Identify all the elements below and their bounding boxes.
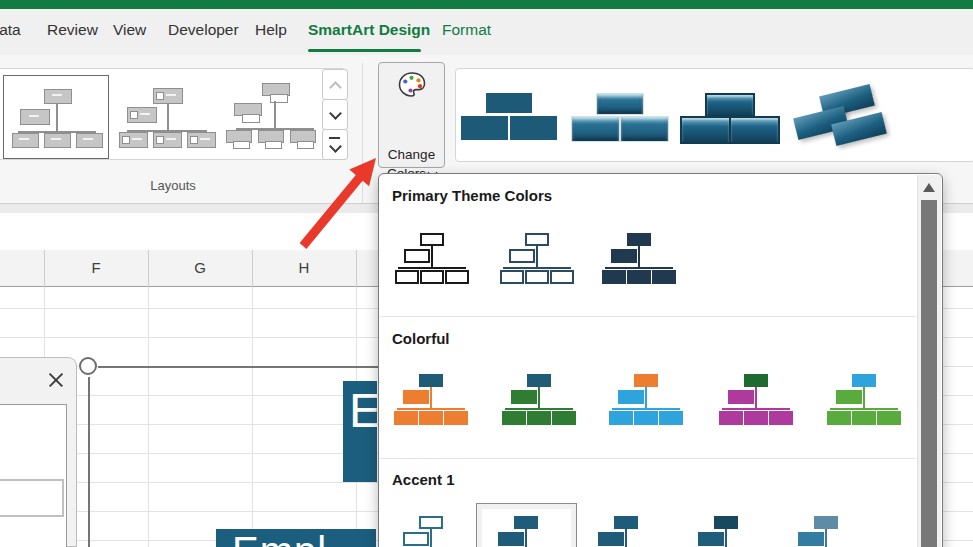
style-item-inset[interactable]: [678, 76, 778, 156]
smartart-resize-handle[interactable]: [79, 357, 97, 375]
gallery-more-button[interactable]: [322, 129, 348, 160]
tab-review[interactable]: Review: [47, 21, 98, 39]
style-item-simple-fill[interactable]: [459, 76, 559, 156]
smartart-styles-gallery: [455, 68, 973, 162]
color-variant-colorful-range-accent-3-to-4[interactable]: [605, 374, 687, 428]
color-variant-colorful-accent-colors[interactable]: [390, 374, 472, 428]
color-variant-colorful-range-accent-5-to-6[interactable]: [823, 374, 905, 428]
scrollbar-thumb[interactable]: [921, 200, 937, 547]
primary-theme-colors-row: [379, 233, 919, 303]
section-title-primary-theme-colors: Primary Theme Colors: [392, 187, 552, 204]
colorful-row: [379, 374, 919, 444]
change-colors-label-line1: Change: [379, 145, 444, 164]
text-pane-input[interactable]: [0, 479, 64, 517]
color-variant-colorful-range-accent-2-to-3[interactable]: [498, 374, 580, 428]
tab-data[interactable]: Data: [0, 21, 21, 39]
layout-item-name-and-title-organization-chart[interactable]: [220, 75, 324, 157]
color-variant-colored-fill-accent-1[interactable]: [485, 516, 567, 547]
layout-item-organization-chart[interactable]: [3, 75, 109, 159]
menu-bar: Data Review View Developer Help SmartArt…: [0, 9, 973, 55]
accent-1-row: [379, 516, 919, 547]
section-divider: [380, 316, 916, 317]
color-variant-gradient-range-accent-1[interactable]: [585, 516, 667, 547]
change-colors-button[interactable]: Change Colors: [378, 62, 445, 168]
text-pane-body: [0, 404, 67, 547]
layout-item-picture-organization-chart[interactable]: [113, 75, 217, 157]
column-header-f[interactable]: F: [44, 259, 148, 276]
style-item-polished[interactable]: [569, 76, 669, 156]
section-divider: [380, 458, 916, 459]
close-icon[interactable]: [46, 370, 66, 390]
color-variant-colorful-range-accent-4-to-5[interactable]: [715, 374, 797, 428]
column-header-h[interactable]: H: [252, 259, 356, 276]
excel-window: Data Review View Developer Help SmartArt…: [0, 0, 973, 547]
change-colors-dropdown: Primary Theme Colors Colorful Accent 1: [378, 173, 943, 547]
palette-icon: [397, 71, 427, 99]
chevron-down-icon: [329, 107, 342, 120]
color-variant-transparent-gradient-range-accent-1[interactable]: [785, 516, 867, 547]
tab-view[interactable]: View: [113, 21, 146, 39]
tab-smartart-design[interactable]: SmartArt Design: [308, 21, 430, 39]
smartart-shape-top[interactable]: E: [343, 381, 377, 482]
dropdown-scrollbar[interactable]: [917, 175, 941, 547]
gallery-scroll-up-button[interactable]: [322, 69, 348, 100]
color-variant-gradient-loop-accent-1[interactable]: [685, 516, 767, 547]
color-variant-dark-1-outline[interactable]: [391, 233, 473, 287]
chevron-up-icon: [329, 81, 342, 94]
section-title-accent-1: Accent 1: [392, 471, 455, 488]
color-variant-colored-outline-accent-1[interactable]: [390, 516, 472, 547]
chevron-down-icon: [329, 140, 342, 153]
tab-help[interactable]: Help: [255, 21, 287, 39]
column-header-g[interactable]: G: [148, 259, 252, 276]
smartart-text-pane: [0, 357, 77, 547]
tab-developer[interactable]: Developer: [168, 21, 239, 39]
tab-format[interactable]: Format: [442, 21, 491, 39]
section-title-colorful: Colorful: [392, 330, 450, 347]
scroll-up-arrow-icon[interactable]: [923, 183, 935, 192]
layouts-group-label: Layouts: [0, 178, 346, 193]
color-variant-dark-2-outline[interactable]: [496, 233, 578, 287]
smartart-shape-bottom[interactable]: Empl: [216, 529, 376, 547]
color-variant-dark-fill[interactable]: [598, 233, 680, 287]
active-tab-underline: [308, 49, 421, 52]
title-bar: [0, 0, 973, 9]
gallery-scroll-down-button[interactable]: [322, 99, 348, 130]
smartart-selection-border-top: [98, 366, 378, 368]
smartart-selection-border-left: [88, 377, 90, 547]
style-item-3d-cluster[interactable]: [789, 76, 889, 156]
